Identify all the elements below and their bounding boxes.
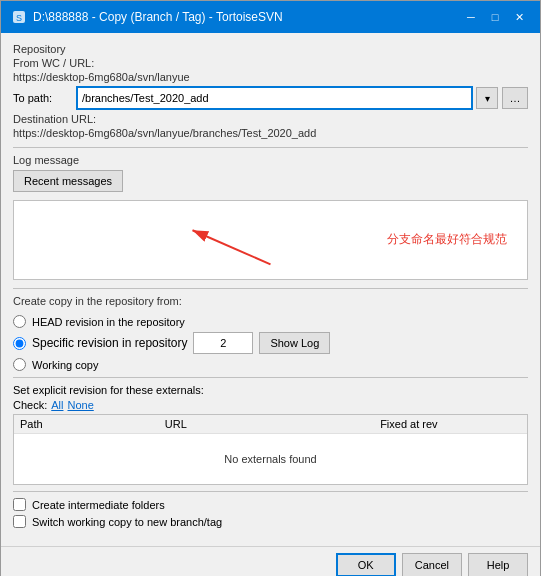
revision-radio-group: HEAD revision in the repository Specific… — [13, 315, 528, 371]
col-path: Path — [20, 418, 161, 430]
to-path-dropdown[interactable]: ▾ — [476, 87, 498, 109]
log-message-section: Log message Recent messages 分支命名最好符合规范 — [13, 154, 528, 280]
divider-2 — [13, 288, 528, 289]
log-message-label: Log message — [13, 154, 528, 166]
repository-label: Repository — [13, 43, 528, 55]
to-path-input[interactable] — [77, 87, 472, 109]
working-copy-label: Working copy — [32, 359, 98, 371]
title-controls: ─ □ ✕ — [460, 7, 530, 27]
intermediate-folders-checkbox[interactable] — [13, 498, 26, 511]
working-copy-row: Working copy — [13, 358, 528, 371]
maximize-button[interactable]: □ — [484, 7, 506, 27]
divider-3 — [13, 377, 528, 378]
main-window: S D:\888888 - Copy (Branch / Tag) - Tort… — [0, 0, 541, 576]
app-icon: S — [11, 9, 27, 25]
switch-copy-label[interactable]: Switch working copy to new branch/tag — [13, 515, 528, 528]
working-copy-radio[interactable] — [13, 358, 26, 371]
recent-messages-button[interactable]: Recent messages — [13, 170, 123, 192]
externals-section: Set explicit revision for these external… — [13, 384, 528, 485]
to-path-browse[interactable]: … — [502, 87, 528, 109]
title-bar: S D:\888888 - Copy (Branch / Tag) - Tort… — [1, 1, 540, 33]
close-button[interactable]: ✕ — [508, 7, 530, 27]
specific-revision-label: Specific revision in repository — [32, 336, 187, 350]
to-path-label: To path: — [13, 92, 73, 104]
intermediate-folders-label[interactable]: Create intermediate folders — [13, 498, 528, 511]
divider-4 — [13, 491, 528, 492]
externals-empty-msg: No externals found — [14, 434, 527, 484]
title-bar-left: S D:\888888 - Copy (Branch / Tag) - Tort… — [11, 9, 283, 25]
cancel-button[interactable]: Cancel — [402, 553, 462, 576]
create-copy-section: Create copy in the repository from: HEAD… — [13, 295, 528, 371]
to-path-row: To path: ▾ … — [13, 87, 528, 109]
head-revision-row: HEAD revision in the repository — [13, 315, 528, 328]
from-wc-value: https://desktop-6mg680a/svn/lanyue — [13, 71, 528, 83]
repository-section: Repository From WC / URL: https://deskto… — [13, 43, 528, 139]
svg-line-3 — [193, 230, 271, 264]
col-rev: Fixed at rev — [380, 418, 521, 430]
dest-url-value: https://desktop-6mg680a/svn/lanyue/branc… — [13, 127, 528, 139]
from-wc-label: From WC / URL: — [13, 57, 528, 69]
check-none-link[interactable]: None — [67, 399, 93, 411]
revision-number-input[interactable] — [193, 332, 253, 354]
bottom-buttons-bar: OK Cancel Help — [1, 546, 540, 576]
col-url: URL — [165, 418, 376, 430]
check-all-row: Check: All None — [13, 399, 528, 411]
bottom-checkboxes: Create intermediate folders Switch worki… — [13, 498, 528, 528]
divider-1 — [13, 147, 528, 148]
window-title: D:\888888 - Copy (Branch / Tag) - Tortoi… — [33, 10, 283, 24]
svg-text:S: S — [16, 13, 22, 23]
externals-header: Path URL Fixed at rev — [14, 415, 527, 434]
minimize-button[interactable]: ─ — [460, 7, 482, 27]
create-copy-label: Create copy in the repository from: — [13, 295, 528, 307]
specific-revision-row: Specific revision in repository Show Log — [13, 332, 528, 354]
specific-revision-radio[interactable] — [13, 337, 26, 350]
head-revision-label: HEAD revision in the repository — [32, 316, 185, 328]
externals-table: Path URL Fixed at rev No externals found — [13, 414, 528, 485]
head-revision-radio[interactable] — [13, 315, 26, 328]
switch-copy-checkbox[interactable] — [13, 515, 26, 528]
dialog-content: Repository From WC / URL: https://deskto… — [1, 33, 540, 542]
dest-url-label: Destination URL: — [13, 113, 528, 125]
annotation-text: 分支命名最好符合规范 — [387, 231, 507, 248]
ok-button[interactable]: OK — [336, 553, 396, 576]
check-label: Check: — [13, 399, 47, 411]
help-button[interactable]: Help — [468, 553, 528, 576]
check-all-link[interactable]: All — [51, 399, 63, 411]
show-log-button[interactable]: Show Log — [259, 332, 330, 354]
log-message-area[interactable]: 分支命名最好符合规范 — [13, 200, 528, 280]
externals-set-label: Set explicit revision for these external… — [13, 384, 528, 396]
